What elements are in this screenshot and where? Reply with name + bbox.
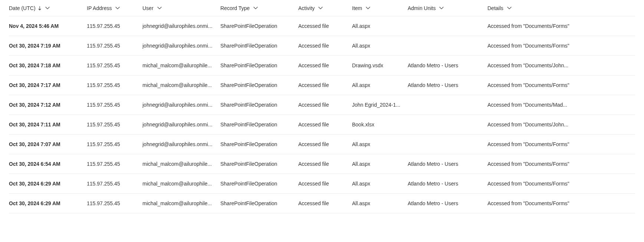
column-header-user[interactable]: User — [142, 1, 220, 15]
cell-activity: Accessed file — [298, 17, 352, 35]
cell-date: Oct 30, 2024 6:29 AM — [9, 175, 87, 193]
cell-date: Oct 30, 2024 7:07 AM — [9, 135, 87, 153]
cell-ip: 115.97.255.45 — [87, 135, 142, 153]
cell-user: johnegrid@ailurophiles.onmi... — [142, 17, 220, 35]
table-row[interactable]: Oct 30, 2024 6:54 AM115.97.255.45michal_… — [9, 154, 635, 174]
cell-date: Oct 30, 2024 7:11 AM — [9, 116, 87, 133]
cell-activity: Accessed file — [298, 76, 352, 94]
cell-details: Accessed from "Documents/Forms" — [487, 175, 635, 193]
cell-user: michal_malcom@ailurophile... — [142, 155, 220, 173]
column-header-label: Admin Units — [408, 5, 436, 11]
cell-ip: 115.97.255.45 — [87, 57, 142, 74]
chevron-down-icon — [157, 7, 162, 10]
cell-ip: 115.97.255.45 — [87, 175, 142, 193]
cell-date: Oct 30, 2024 6:54 AM — [9, 155, 87, 173]
cell-item: All.aspx — [352, 135, 408, 153]
cell-date: Oct 30, 2024 7:19 AM — [9, 37, 87, 55]
audit-log-table: Date (UTC) IP Address User Record Type — [0, 0, 644, 213]
cell-adminUnits — [408, 20, 487, 32]
cell-item: Drawing.vsdx — [352, 57, 408, 74]
cell-date: Nov 4, 2024 5:46 AM — [9, 17, 87, 35]
cell-details: Accessed from "Documents/Mad... — [487, 96, 635, 114]
cell-adminUnits — [408, 119, 487, 130]
cell-activity: Accessed file — [298, 37, 352, 55]
cell-record: SharePointFileOperation — [220, 57, 298, 74]
cell-details: Accessed from "Documents/Forms" — [487, 76, 635, 94]
chevron-down-icon — [366, 7, 370, 10]
table-row[interactable]: Oct 30, 2024 6:29 AM115.97.255.45michal_… — [9, 174, 635, 194]
cell-record: SharePointFileOperation — [220, 76, 298, 94]
cell-date: Oct 30, 2024 7:17 AM — [9, 76, 87, 94]
chevron-down-icon — [318, 7, 323, 10]
cell-record: SharePointFileOperation — [220, 175, 298, 193]
column-header-record-type[interactable]: Record Type — [220, 1, 298, 15]
cell-ip: 115.97.255.45 — [87, 116, 142, 133]
table-row[interactable]: Oct 30, 2024 7:11 AM115.97.255.45johnegr… — [9, 115, 635, 135]
table-row[interactable]: Nov 4, 2024 5:46 AM115.97.255.45johnegri… — [9, 16, 635, 36]
column-header-activity[interactable]: Activity — [298, 1, 352, 15]
column-header-label: Activity — [298, 5, 315, 11]
cell-activity: Accessed file — [298, 155, 352, 173]
column-header-label: Details — [487, 5, 503, 11]
cell-user: johnegrid@ailurophiles.onmi... — [142, 135, 220, 153]
cell-adminUnits — [408, 99, 487, 111]
cell-activity: Accessed file — [298, 96, 352, 114]
cell-details: Accessed from "Documents/John... — [487, 57, 635, 74]
cell-record: SharePointFileOperation — [220, 194, 298, 212]
column-header-item[interactable]: Item — [352, 1, 408, 15]
cell-date: Oct 30, 2024 6:29 AM — [9, 194, 87, 212]
column-header-details[interactable]: Details — [487, 1, 635, 15]
cell-item: All.aspx — [352, 175, 408, 193]
cell-ip: 115.97.255.45 — [87, 37, 142, 55]
cell-adminUnits: Atlando Metro - Users — [408, 175, 487, 193]
cell-user: michal_malcom@ailurophile... — [142, 194, 220, 212]
cell-ip: 115.97.255.45 — [87, 76, 142, 94]
table-row[interactable]: Oct 30, 2024 7:07 AM115.97.255.45johnegr… — [9, 135, 635, 154]
cell-record: SharePointFileOperation — [220, 135, 298, 153]
cell-record: SharePointFileOperation — [220, 155, 298, 173]
cell-details: Accessed from "Documents/Forms" — [487, 135, 635, 153]
column-header-label: Date (UTC) — [9, 5, 36, 11]
column-header-admin-units[interactable]: Admin Units — [408, 1, 487, 15]
cell-ip: 115.97.255.45 — [87, 155, 142, 173]
cell-activity: Accessed file — [298, 135, 352, 153]
cell-activity: Accessed file — [298, 194, 352, 212]
table-row[interactable]: Oct 30, 2024 7:17 AM115.97.255.45michal_… — [9, 75, 635, 95]
cell-user: michal_malcom@ailurophile... — [142, 57, 220, 74]
cell-details: Accessed from "Documents/Forms" — [487, 37, 635, 55]
cell-details: Accessed from "Documents/Forms" — [487, 17, 635, 35]
cell-item: All.aspx — [352, 37, 408, 55]
cell-item: John Egrid_2024-1... — [352, 96, 408, 114]
cell-ip: 115.97.255.45 — [87, 194, 142, 212]
column-header-date[interactable]: Date (UTC) — [9, 1, 87, 15]
cell-item: Book.xlsx — [352, 116, 408, 133]
cell-adminUnits: Atlando Metro - Users — [408, 57, 487, 74]
column-header-label: Item — [352, 5, 362, 11]
chevron-down-icon — [439, 7, 444, 10]
cell-record: SharePointFileOperation — [220, 17, 298, 35]
cell-details: Accessed from "Documents/Forms" — [487, 155, 635, 173]
cell-adminUnits: Atlando Metro - Users — [408, 155, 487, 173]
table-row[interactable]: Oct 30, 2024 6:29 AM115.97.255.45michal_… — [9, 194, 635, 213]
cell-details: Accessed from "Documents/Forms" — [487, 194, 635, 212]
cell-record: SharePointFileOperation — [220, 116, 298, 133]
table-row[interactable]: Oct 30, 2024 7:18 AM115.97.255.45michal_… — [9, 56, 635, 75]
column-header-label: IP Address — [87, 5, 112, 11]
column-header-label: Record Type — [220, 5, 250, 11]
cell-details: Accessed from "Documents/John... — [487, 116, 635, 133]
cell-adminUnits — [408, 40, 487, 52]
cell-user: michal_malcom@ailurophile... — [142, 175, 220, 193]
cell-adminUnits: Atlando Metro - Users — [408, 76, 487, 94]
cell-adminUnits — [408, 138, 487, 150]
table-row[interactable]: Oct 30, 2024 7:19 AM115.97.255.45johnegr… — [9, 36, 635, 56]
table-row[interactable]: Oct 30, 2024 7:12 AM115.97.255.45johnegr… — [9, 95, 635, 115]
cell-user: johnegrid@ailurophiles.onmi... — [142, 116, 220, 133]
cell-record: SharePointFileOperation — [220, 96, 298, 114]
column-header-ip[interactable]: IP Address — [87, 1, 142, 15]
cell-activity: Accessed file — [298, 57, 352, 74]
cell-item: All.aspx — [352, 76, 408, 94]
chevron-down-icon — [45, 7, 50, 10]
chevron-down-icon — [507, 7, 512, 10]
cell-activity: Accessed file — [298, 175, 352, 193]
table-header-row: Date (UTC) IP Address User Record Type — [9, 0, 635, 16]
